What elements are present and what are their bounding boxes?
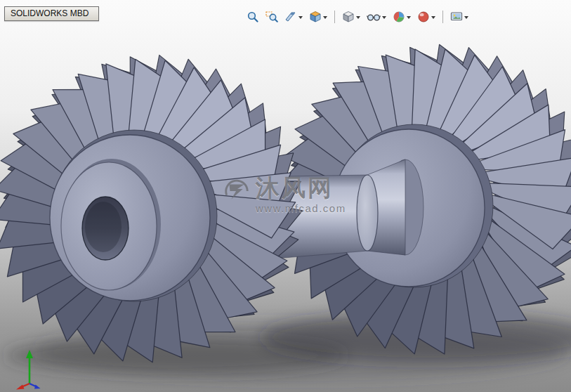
dropdown-arrow-icon[interactable] [382, 16, 386, 19]
view-settings-button[interactable] [449, 10, 469, 24]
zoom-to-area-button[interactable] [265, 10, 279, 24]
triad-x-arrow-icon [16, 385, 25, 390]
triad-y-arrow-icon [26, 350, 33, 358]
hide-show-items-button[interactable] [366, 10, 387, 24]
orientation-triad[interactable] [15, 346, 60, 391]
model-3d-view [0, 0, 571, 392]
display-style-button[interactable] [341, 10, 361, 24]
zoom-to-fit-button[interactable] [246, 10, 260, 24]
dropdown-arrow-icon[interactable] [464, 16, 468, 19]
heads-up-toolbar [246, 10, 469, 24]
view-orientation-button[interactable] [308, 10, 328, 24]
dropdown-arrow-icon[interactable] [431, 16, 435, 19]
orientation-cube-icon [309, 11, 322, 23]
document-tab-label: SOLIDWORKS MBD [11, 8, 88, 18]
section-plane-icon [284, 11, 297, 23]
document-tab[interactable]: SOLIDWORKS MBD [4, 6, 99, 21]
eyeglasses-icon [367, 11, 381, 23]
dropdown-arrow-icon[interactable] [323, 16, 327, 19]
toolbar-separator [442, 11, 443, 23]
magnifier-icon [247, 11, 259, 23]
magnifier-area-icon [265, 11, 278, 23]
dropdown-arrow-icon[interactable] [407, 16, 411, 19]
dropdown-arrow-icon[interactable] [298, 16, 303, 19]
toolbar-separator [334, 11, 335, 23]
scene-sphere-icon [393, 11, 405, 23]
shaded-cube-icon [342, 11, 355, 23]
section-view-button[interactable] [284, 10, 303, 24]
dropdown-arrow-icon[interactable] [356, 16, 360, 19]
edit-appearance-button[interactable] [416, 10, 436, 24]
appearance-ball-icon [417, 11, 430, 23]
monitor-icon [450, 11, 463, 23]
apply-scene-button[interactable] [392, 10, 412, 24]
graphics-viewport[interactable]: 沐风网 www.mfcad.com SOLIDWORKS MBD [0, 0, 571, 392]
triad-z-arrow-icon [34, 385, 41, 389]
